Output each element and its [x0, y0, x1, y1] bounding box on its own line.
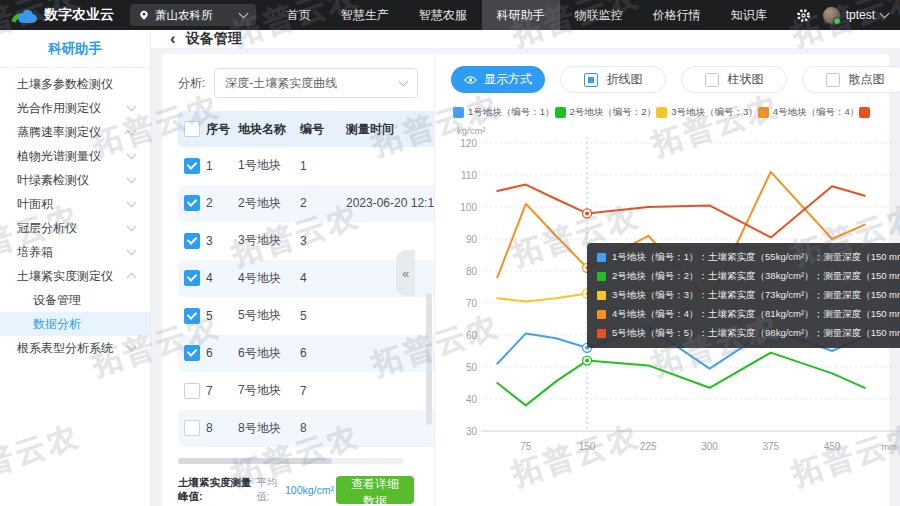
cell: 7 [206, 384, 238, 398]
legend-label: 1号地块（编号：1） [468, 106, 555, 119]
nav-item-知识库[interactable]: 知识库 [716, 0, 782, 30]
chart-canvas[interactable]: 30405060708090100110120kg/cm²75150225300… [451, 121, 900, 457]
avatar [823, 7, 840, 24]
display-mode-button[interactable]: 显示方式 [451, 66, 545, 93]
row-checkbox[interactable] [184, 195, 200, 211]
sidebar-item[interactable]: 光合作用测定仪 [0, 96, 150, 120]
legend-swatch [656, 107, 667, 118]
legend-swatch [758, 107, 769, 118]
nav-item-智慧生产[interactable]: 智慧生产 [326, 0, 404, 30]
location-pin-icon [139, 9, 149, 21]
series-line [497, 353, 865, 406]
cell: 4号地块 [238, 270, 300, 287]
brand-title: 数字农业云 [44, 6, 114, 24]
analysis-select-value: 深度-土壤紧实度曲线 [225, 75, 337, 92]
legend-item[interactable]: 2号地块（编号：2） [555, 106, 657, 119]
back-button[interactable]: ‹ [170, 30, 176, 47]
nav-item-智慧农服[interactable]: 智慧农服 [404, 0, 482, 30]
svg-text:120: 120 [460, 138, 477, 149]
sidebar-subitem[interactable]: 设备管理 [0, 288, 150, 312]
row-checkbox[interactable] [184, 345, 200, 361]
location-selector[interactable]: 萧山农科所 [130, 4, 256, 26]
scrollbar-thumb[interactable] [178, 458, 332, 464]
svg-text:50: 50 [466, 362, 478, 373]
svg-text:375: 375 [762, 441, 779, 452]
top-nav: 首页智慧生产智慧农服科研助手物联监控价格行情知识库 [272, 0, 782, 30]
analysis-select[interactable]: 深度-土壤紧实度曲线 [214, 68, 418, 98]
sidebar-item[interactable]: 叶绿素检测仪 [0, 168, 150, 192]
collapse-panel-button[interactable]: « [396, 250, 415, 296]
row-checkbox-cell [178, 345, 206, 361]
checked-box-icon[interactable] [584, 73, 598, 87]
sidebar-item-label: 蒸腾速率测定仪 [17, 124, 101, 141]
sidebar-item[interactable]: 培养箱 [0, 240, 150, 264]
peak-label: 土壤紧实度测量峰值: [178, 476, 254, 504]
chart-type-chips: 折线图柱状图散点图 [560, 66, 900, 93]
line-chart[interactable]: 30405060708090100110120kg/cm²75150225300… [451, 121, 875, 506]
legend-item[interactable]: 3号地块（编号：3） [656, 106, 758, 119]
main-card: 分析: 深度-土壤紧实度曲线 序号地块名称编号测量时间经纬度 11号地块122号… [162, 54, 889, 506]
svg-text:100: 100 [460, 202, 477, 213]
chart-type-chip-柱状图[interactable]: 柱状图 [681, 66, 787, 93]
row-checkbox[interactable] [184, 270, 200, 286]
cell: 3号地块 [238, 232, 300, 249]
cell: 1 [300, 159, 346, 173]
table-row[interactable]: 22号地块22023-06-20 12:12:14东经120°12';北 [178, 185, 435, 223]
settings-button[interactable] [796, 8, 811, 23]
chart-type-chip-折线图[interactable]: 折线图 [560, 66, 666, 93]
column-header: 地块名称 [238, 121, 300, 138]
row-checkbox[interactable] [184, 383, 200, 399]
scrollbar-thumb[interactable] [426, 293, 432, 425]
sidebar-subitem[interactable]: 数据分析 [0, 312, 150, 336]
nav-item-物联监控[interactable]: 物联监控 [560, 0, 638, 30]
sidebar-item-label: 叶绿素检测仪 [17, 172, 89, 189]
series-line [497, 327, 865, 369]
sidebar-item[interactable]: 土壤多参数检测仪 [0, 72, 150, 96]
svg-text:mm: mm [881, 441, 897, 452]
table-row[interactable]: 66号地块6 [178, 335, 435, 373]
table-row[interactable]: 88号地块8 [178, 410, 435, 448]
cell: 3 [300, 234, 346, 248]
sidebar-item[interactable]: 冠层分析仪 [0, 216, 150, 240]
cell: 2023-06-20 12:12:14 [346, 196, 435, 210]
cloud-logo-icon [10, 6, 38, 24]
row-checkbox[interactable] [184, 308, 200, 324]
unchecked-box-icon[interactable] [826, 73, 840, 87]
row-checkbox[interactable] [184, 420, 200, 436]
content: ‹ 设备管理 分析: 深度-土壤紧实度曲线 序号地块名称编号测量时间经纬度 11… [151, 30, 900, 506]
view-detail-button[interactable]: 查看详细数据 [336, 476, 414, 504]
row-checkbox-cell [178, 308, 206, 324]
cell: 1号地块 [238, 157, 300, 174]
row-checkbox[interactable] [184, 158, 200, 174]
sidebar-item[interactable]: 叶面积 [0, 192, 150, 216]
chart-type-chip-散点图[interactable]: 散点图 [802, 66, 900, 93]
sidebar-item-label: 冠层分析仪 [17, 220, 77, 237]
sidebar-item[interactable]: 植物光谱测量仪 [0, 144, 150, 168]
nav-item-价格行情[interactable]: 价格行情 [638, 0, 716, 30]
user-menu[interactable]: tptest [823, 7, 888, 24]
sidebar: 科研助手 土壤多参数检测仪光合作用测定仪蒸腾速率测定仪植物光谱测量仪叶绿素检测仪… [0, 30, 151, 506]
svg-text:225: 225 [640, 441, 657, 452]
select-all-checkbox[interactable] [184, 121, 200, 137]
legend-item[interactable]: 4号地块（编号：4） [758, 106, 860, 119]
horizontal-scrollbar[interactable] [178, 458, 404, 464]
sidebar-item[interactable]: 根系表型分析系统 [0, 336, 150, 360]
row-checkbox[interactable] [184, 233, 200, 249]
sidebar-item[interactable]: 蒸腾速率测定仪 [0, 120, 150, 144]
vertical-scrollbar[interactable] [426, 150, 432, 490]
cell: 5号地块 [238, 307, 300, 324]
legend-item[interactable]: 1号地块（编号：1） [453, 106, 555, 119]
table-row[interactable]: 77号地块7 [178, 372, 435, 410]
svg-text:kg/cm²: kg/cm² [457, 125, 486, 136]
sidebar-item-label: 叶面积 [17, 196, 53, 213]
sidebar-item[interactable]: 土壤紧实度测定仪 [0, 264, 150, 288]
unchecked-box-icon[interactable] [705, 73, 719, 87]
svg-text:80: 80 [466, 266, 478, 277]
legend-item[interactable]: 5号地块（编号：5） [859, 106, 873, 119]
nav-item-科研助手[interactable]: 科研助手 [482, 0, 560, 30]
nav-item-首页[interactable]: 首页 [272, 0, 326, 30]
cell: 2号地块 [238, 195, 300, 212]
table-row[interactable]: 11号地块1 [178, 147, 435, 185]
legend-swatch [555, 107, 566, 118]
table-row[interactable]: 55号地块5 [178, 297, 435, 335]
